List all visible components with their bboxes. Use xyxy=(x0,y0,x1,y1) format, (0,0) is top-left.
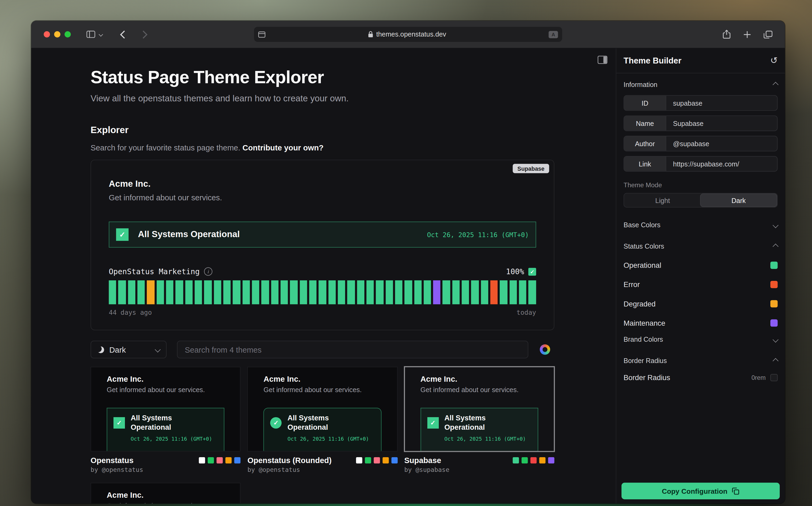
tracker-bar-degraded[interactable] xyxy=(147,280,155,304)
field-value-input[interactable]: @supabase xyxy=(666,136,777,151)
tracker-bar-operational[interactable] xyxy=(214,280,221,304)
tracker-bar-operational[interactable] xyxy=(528,280,536,304)
status-color-error: Error xyxy=(623,275,778,294)
tracker-bar-operational[interactable] xyxy=(252,280,260,304)
translate-icon[interactable]: A xyxy=(548,31,558,38)
field-author: Author@supabase xyxy=(623,136,778,152)
tracker-bar-operational[interactable] xyxy=(471,280,479,304)
status-color-swatch[interactable] xyxy=(770,261,778,269)
theme-card-partial[interactable]: Acme Inc. Get informed about our service… xyxy=(90,483,240,504)
section-brand-colors[interactable]: Brand Colors xyxy=(623,336,778,343)
tracker-bar-operational[interactable] xyxy=(367,280,374,304)
tracker-bar-operational[interactable] xyxy=(357,280,364,304)
section-base-colors[interactable]: Base Colors xyxy=(623,221,778,229)
monitor-name: OpenStatus Marketing xyxy=(109,267,200,275)
card-status-label: All Systems Operational xyxy=(288,413,345,432)
tracker-bar-operational[interactable] xyxy=(443,280,450,304)
tracker-bar-operational[interactable] xyxy=(347,280,355,304)
tracker-bar-operational[interactable] xyxy=(319,280,326,304)
tracker-bar-operational[interactable] xyxy=(223,280,231,304)
chevron-up-icon xyxy=(772,82,779,87)
tracker-bar-operational[interactable] xyxy=(176,280,183,304)
tracker-bar-operational[interactable] xyxy=(118,280,126,304)
check-icon: ✓ xyxy=(271,417,282,429)
close-window-button[interactable] xyxy=(44,31,50,37)
section-border-radius[interactable]: Border Radius xyxy=(623,357,778,365)
address-bar[interactable]: themes.openstatus.dev A xyxy=(254,27,562,42)
tracker-bar-operational[interactable] xyxy=(385,280,393,304)
radius-swatch[interactable] xyxy=(770,374,778,381)
field-value-input[interactable]: https://supabase.com/ xyxy=(666,157,777,171)
sidebar-chevron-icon[interactable] xyxy=(99,33,102,36)
section-border-radius-label: Border Radius xyxy=(623,357,667,365)
tracker-bar-operational[interactable] xyxy=(166,280,173,304)
tracker-bar-operational[interactable] xyxy=(424,280,431,304)
tracker-bar-operational[interactable] xyxy=(299,280,307,304)
tracker-bar-operational[interactable] xyxy=(376,280,383,304)
sidebar-toggle-icon[interactable] xyxy=(86,31,95,38)
theme-cell-openstatus: Acme Inc.Get informed about our services… xyxy=(90,367,240,474)
tracker-bar-operational[interactable] xyxy=(404,280,412,304)
lock-icon[interactable] xyxy=(368,31,373,37)
page-settings-icon[interactable] xyxy=(258,31,265,37)
tracker-bar-maintenance[interactable] xyxy=(433,280,441,304)
tracker-bar-operational[interactable] xyxy=(138,280,145,304)
tracker-bar-operational[interactable] xyxy=(309,280,316,304)
tracker-bar-error[interactable] xyxy=(490,280,498,304)
copy-configuration-button[interactable]: Copy Configuration xyxy=(621,483,780,499)
tracker-bar-operational[interactable] xyxy=(414,280,422,304)
mode-option-dark[interactable]: Dark xyxy=(701,194,777,206)
tracker-bar-operational[interactable] xyxy=(185,280,193,304)
tracker-bar-operational[interactable] xyxy=(242,280,250,304)
info-icon[interactable]: i xyxy=(204,267,212,275)
contribute-link[interactable]: Contribute your own? xyxy=(242,143,323,152)
field-value-input[interactable]: supabase xyxy=(666,96,777,110)
section-information[interactable]: Information xyxy=(623,81,778,88)
status-banner-timestamp: Oct 26, 2025 11:16 (GMT+0) xyxy=(427,231,529,239)
tracker-bar-operational[interactable] xyxy=(500,280,507,304)
status-color-swatch[interactable] xyxy=(770,319,778,326)
tracker-bar-operational[interactable] xyxy=(481,280,488,304)
tracker-bar-operational[interactable] xyxy=(462,280,469,304)
forward-button[interactable] xyxy=(140,31,146,37)
border-radius-value: 0rem xyxy=(751,374,765,381)
tracker-bar-operational[interactable] xyxy=(233,280,240,304)
page-title: Status Page Theme Explorer xyxy=(90,48,554,87)
tracker-bar-operational[interactable] xyxy=(109,280,117,304)
tracker-bar-operational[interactable] xyxy=(271,280,278,304)
theme-card-supabase[interactable]: Acme Inc.Get informed about our services… xyxy=(404,367,554,451)
tracker-bar-operational[interactable] xyxy=(195,280,202,304)
tracker-bar-operational[interactable] xyxy=(519,280,526,304)
mode-option-light[interactable]: Light xyxy=(624,194,701,206)
share-icon[interactable] xyxy=(723,29,731,39)
tracker-bar-operational[interactable] xyxy=(281,280,288,304)
zoom-window-button[interactable] xyxy=(65,31,71,37)
search-input[interactable] xyxy=(177,341,528,358)
tracker-bar-operational[interactable] xyxy=(452,280,460,304)
theme-card-openstatus[interactable]: Acme Inc.Get informed about our services… xyxy=(90,367,240,451)
minimize-window-button[interactable] xyxy=(54,31,60,37)
new-tab-icon[interactable] xyxy=(743,30,751,38)
back-button[interactable] xyxy=(121,31,127,37)
tracker-bar-operational[interactable] xyxy=(328,280,336,304)
tracker-bar-operational[interactable] xyxy=(338,280,345,304)
tracker-bar-operational[interactable] xyxy=(510,280,517,304)
theme-mode-dropdown[interactable]: Dark xyxy=(90,341,166,358)
check-icon: ✓ xyxy=(427,417,439,429)
status-color-swatch[interactable] xyxy=(770,280,778,288)
theme-card-openstatus-rounded[interactable]: Acme Inc.Get informed about our services… xyxy=(247,367,397,451)
tracker-bar-operational[interactable] xyxy=(290,280,298,304)
palette-button[interactable] xyxy=(536,341,555,358)
panel-toggle-icon[interactable] xyxy=(598,56,607,64)
card-company: Acme Inc. xyxy=(421,374,538,383)
tab-overview-icon[interactable] xyxy=(764,30,772,38)
reset-icon[interactable]: ↺ xyxy=(770,56,778,65)
tracker-bar-operational[interactable] xyxy=(395,280,402,304)
status-color-swatch[interactable] xyxy=(770,300,778,307)
tracker-bar-operational[interactable] xyxy=(156,280,164,304)
section-status-colors[interactable]: Status Colors xyxy=(623,243,778,250)
field-value-input[interactable]: Supabase xyxy=(666,116,777,131)
tracker-bar-operational[interactable] xyxy=(204,280,212,304)
tracker-bar-operational[interactable] xyxy=(261,280,269,304)
tracker-bar-operational[interactable] xyxy=(128,280,135,304)
